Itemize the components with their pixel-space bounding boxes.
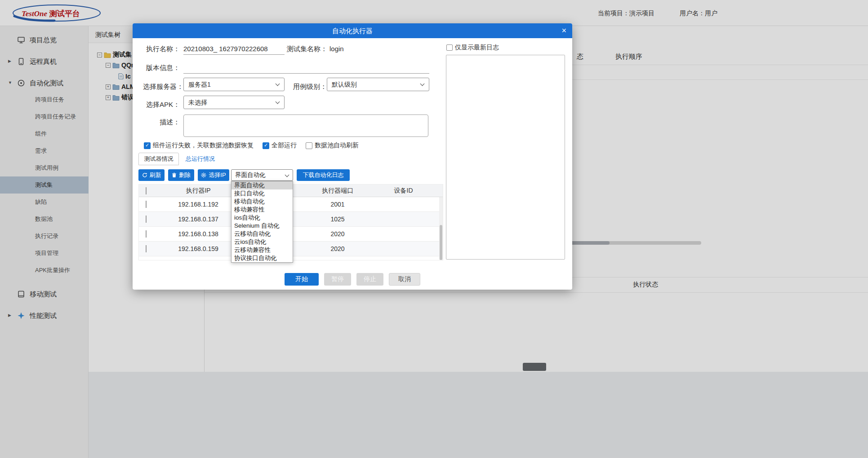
chevron-down-icon (420, 82, 425, 86)
executor-ip-cell: 192.168.0.137 (153, 216, 243, 223)
datapool-autorefresh-checkbox[interactable]: 数据池自动刷新 (306, 141, 359, 150)
select-all-checkbox[interactable] (146, 187, 147, 194)
executor-ip-cell: 192.168.0.159 (153, 245, 243, 252)
exec-name-label: 执行名称： (143, 45, 180, 53)
select-ip-label: 选择IP (209, 171, 226, 179)
delete-button[interactable]: 删除 (168, 169, 194, 181)
version-label: 版本信息： (143, 64, 180, 72)
app-root: TestOne 测试平台 当前项目：演示项目 用户名：用户 项目总览 远程真机 … (0, 0, 868, 458)
apk-label: 选择APK： (143, 101, 180, 109)
checkbox-label: 数据池自动刷新 (315, 141, 359, 150)
tab-overall-run-status[interactable]: 总运行情况 (186, 153, 215, 165)
server-select[interactable]: 服务器1 (183, 78, 285, 91)
dialog-footer: 开始 暂停 停止 取消 (133, 273, 572, 286)
apk-select-value: 未选择 (188, 99, 207, 106)
automation-type-value: 界面自动化 (235, 172, 266, 178)
apk-select[interactable]: 未选择 (183, 96, 285, 109)
cancel-button[interactable]: 取消 (389, 273, 420, 286)
refresh-icon (142, 172, 147, 178)
dropdown-option[interactable]: 云移动兼容性 (231, 246, 293, 254)
restore-datapool-checkbox[interactable]: 组件运行失败，关联数据池数据恢复 (144, 141, 254, 150)
checkbox-label: 仅显示最新日志 (455, 44, 499, 52)
executor-port-cell: 2020 (308, 245, 367, 252)
refresh-label: 刷新 (150, 171, 161, 179)
server-select-value: 服务器1 (188, 81, 211, 88)
close-icon[interactable]: × (561, 26, 566, 35)
dropdown-option[interactable]: 移动自动化 (231, 198, 293, 206)
checkbox-checked-icon[interactable] (144, 142, 151, 149)
executor-ip-cell: 192.168.1.192 (153, 201, 243, 208)
gear-icon (201, 172, 206, 178)
dropdown-option[interactable]: 接口自动化 (231, 189, 293, 198)
tab-tester-status[interactable]: 测试器情况 (138, 153, 179, 165)
dialog-title: 自动化执行器 (133, 23, 572, 38)
executor-port-cell: 2001 (308, 201, 367, 208)
dialog-header: 自动化执行器 × (133, 23, 572, 38)
dropdown-option[interactable]: 云ios自动化 (231, 238, 293, 246)
pause-button[interactable]: 暂停 (324, 273, 351, 286)
testset-name-value: login (329, 45, 344, 53)
scrollbar-thumb[interactable] (440, 225, 442, 260)
checkbox-unchecked-icon[interactable] (306, 142, 312, 149)
table-scrollbar[interactable] (439, 197, 443, 260)
executor-ip-cell: 192.168.0.138 (153, 230, 243, 238)
checkbox-unchecked-icon[interactable] (446, 44, 453, 51)
executor-port-cell: 2020 (308, 230, 367, 238)
automation-type-select[interactable]: 界面自动化 (231, 169, 293, 181)
start-button[interactable]: 开始 (285, 273, 319, 286)
description-label: 描述： (143, 118, 180, 127)
row-checkbox[interactable] (146, 245, 147, 252)
checkbox-label: 全部运行 (272, 141, 297, 150)
dropdown-option[interactable]: 云移动自动化 (231, 230, 293, 238)
chevron-down-icon (285, 173, 289, 177)
automation-type-dropdown-list: 界面自动化 接口自动化 移动自动化 移动兼容性 ios自动化 Selenium … (231, 181, 293, 263)
description-textarea[interactable] (183, 114, 428, 137)
executor-port-cell: 1025 (308, 216, 367, 223)
dropdown-option[interactable]: ios自动化 (231, 214, 293, 222)
dropdown-option[interactable]: 移动兼容性 (231, 206, 293, 214)
version-input[interactable] (183, 62, 429, 74)
automation-executor-dialog: 自动化执行器 × 执行名称： 测试集名称： login 版本信息： 选择服务器：… (133, 23, 572, 290)
select-ip-button[interactable]: 选择IP (198, 169, 229, 181)
dropdown-option[interactable]: 界面自动化 (231, 181, 293, 189)
run-all-checkbox[interactable]: 全部运行 (263, 141, 297, 150)
download-log-label: 下载自动化日志 (303, 171, 344, 179)
chevron-down-icon (276, 82, 280, 86)
refresh-button[interactable]: 刷新 (138, 169, 165, 181)
case-level-label: 用例级别： (293, 83, 327, 91)
exec-name-input[interactable] (183, 43, 285, 55)
column-device-id: 设备ID (367, 187, 440, 195)
latest-log-only-checkbox[interactable]: 仅显示最新日志 (446, 44, 499, 52)
checkbox-checked-icon[interactable] (263, 142, 269, 149)
row-checkbox[interactable] (146, 216, 147, 223)
testset-name-label: 测试集名称： (287, 45, 327, 53)
checkbox-label: 组件运行失败，关联数据池数据恢复 (153, 141, 254, 150)
trash-icon (172, 172, 177, 178)
server-label: 选择服务器： (143, 83, 180, 91)
chevron-down-icon (276, 100, 280, 104)
row-checkbox[interactable] (146, 230, 147, 238)
option-checkbox-row: 组件运行失败，关联数据池数据恢复 全部运行 数据池自动刷新 (144, 141, 359, 150)
dropdown-option[interactable]: Selenium 自动化 (231, 222, 293, 230)
row-checkbox[interactable] (146, 201, 147, 208)
log-output-area[interactable] (446, 55, 565, 260)
delete-label: 删除 (179, 171, 191, 179)
column-executor-ip: 执行器IP (153, 187, 243, 195)
case-level-select-value: 默认级别 (332, 81, 357, 88)
download-log-button[interactable]: 下载自动化日志 (297, 169, 350, 181)
stop-button[interactable]: 停止 (356, 273, 383, 286)
case-level-select[interactable]: 默认级别 (327, 78, 429, 91)
column-executor-port: 执行器端口 (308, 187, 367, 195)
dropdown-option[interactable]: 协议接口自动化 (231, 254, 293, 262)
